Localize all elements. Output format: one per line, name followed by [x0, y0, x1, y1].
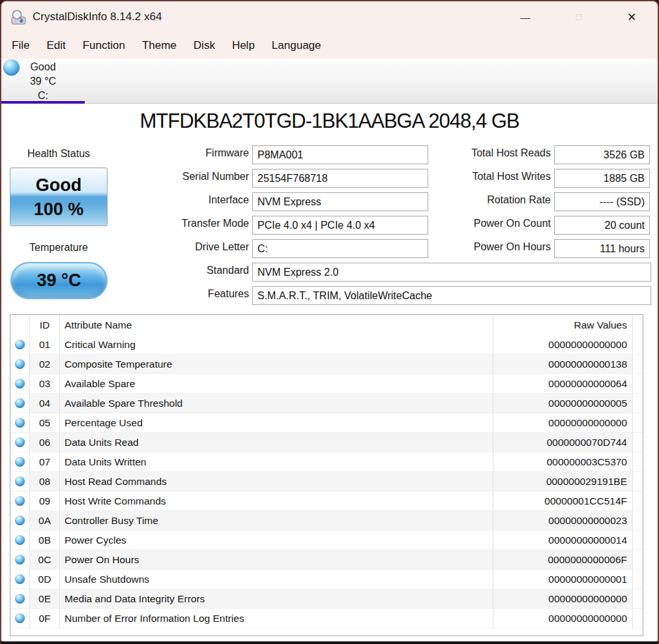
status-orb-icon	[15, 340, 25, 349]
info-field-value: P8MA001	[252, 145, 428, 164]
table-cell-attribute: Composite Temperature	[60, 355, 493, 373]
table-header-id: ID	[30, 315, 60, 335]
table-cell-attribute: Controller Busy Time	[60, 511, 493, 530]
stat-field-value: 20 count	[554, 216, 650, 235]
stat-field-value: 111 hours	[554, 239, 650, 258]
stat-field-value: 3526 GB	[554, 145, 650, 164]
menu-item-disk[interactable]: Disk	[185, 33, 224, 59]
info-field-label: Serial Number	[93, 171, 249, 183]
table-row: 08Host Read Commands000000029191BE	[10, 472, 643, 491]
drive-tab-status: Good	[1, 60, 85, 74]
window-title: CrystalDiskInfo 8.14.2 x64	[33, 10, 162, 23]
table-cell-raw-value: 00000000000138	[493, 355, 633, 373]
status-orb-icon	[15, 594, 25, 604]
table-cell-id: 04	[30, 394, 60, 413]
table-cell-raw-value: 00000000000064	[493, 374, 633, 393]
table-cell-attribute: Unsafe Shutdowns	[60, 570, 493, 589]
status-orb-icon	[15, 574, 25, 584]
table-cell-id: 08	[30, 472, 60, 491]
table-cell-raw-value: 0000000000006F	[493, 550, 633, 569]
status-orb-icon	[15, 418, 25, 428]
table-row: 03Available Spare00000000000064	[10, 374, 643, 394]
status-orb-icon	[15, 535, 25, 545]
status-orb-icon	[15, 379, 25, 388]
menu-item-theme[interactable]: Theme	[134, 33, 185, 59]
stat-field-label: Total Host Writes	[418, 171, 551, 183]
drive-model-title: MTFDKBA2T0TGD-1BK1AABGA 2048,4 GB	[1, 110, 658, 133]
menu-item-language[interactable]: Language	[263, 33, 330, 59]
status-orb-icon	[15, 437, 25, 447]
table-cell-raw-value: 00000000000001	[493, 570, 633, 589]
table-cell-id: 03	[30, 374, 60, 393]
table-header-status	[10, 315, 30, 335]
drive-tab-c[interactable]: Good 39 °C C:	[1, 59, 85, 103]
menu-item-file[interactable]: File	[3, 33, 38, 59]
table-row: 05Percentage Used00000000000000	[10, 413, 643, 433]
table-cell-attribute: Available Spare Threshold	[60, 394, 493, 413]
table-row: 01Critical Warning00000000000000	[10, 335, 643, 355]
menu-item-function[interactable]: Function	[74, 33, 134, 59]
table-cell-id: 02	[30, 355, 60, 373]
stat-field-label: Total Host Reads	[418, 147, 551, 159]
stat-field-value: 1885 GB	[554, 169, 650, 188]
menu-item-help[interactable]: Help	[224, 33, 263, 59]
table-cell-attribute: Power Cycles	[60, 531, 493, 549]
table-cell-raw-value: 000000003C5370	[493, 452, 633, 471]
table-cell-id: 09	[30, 491, 60, 510]
maximize-button[interactable]: □	[564, 7, 594, 27]
info-field-value: C:	[252, 239, 428, 258]
table-cell-attribute: Media and Data Integrity Errors	[60, 589, 493, 608]
table-row: 09Host Write Commands00000001CC514F	[10, 491, 643, 511]
selected-tab-underline	[1, 101, 85, 104]
app-icon	[10, 8, 27, 26]
table-row: 0FNumber of Error Information Log Entrie…	[10, 609, 643, 628]
info-field-label: Standard	[93, 265, 249, 276]
table-row: 0EMedia and Data Integrity Errors0000000…	[10, 589, 643, 609]
table-cell-attribute: Data Units Written	[60, 452, 493, 471]
table-row: 0AController Busy Time00000000000023	[10, 511, 643, 531]
table-row: 06Data Units Read0000000070D744	[10, 433, 643, 452]
table-cell-raw-value: 00000000000005	[493, 394, 633, 413]
table-cell-attribute: Available Spare	[60, 374, 493, 393]
table-cell-attribute: Host Read Commands	[60, 472, 493, 491]
table-header-row: ID Attribute Name Raw Values	[10, 315, 643, 335]
table-row: 0CPower On Hours0000000000006F	[10, 550, 643, 570]
table-cell-raw-value: 00000000000023	[493, 511, 633, 530]
table-cell-raw-value: 00000000000014	[493, 531, 633, 549]
table-cell-raw-value: 00000001CC514F	[493, 491, 633, 510]
status-orb-icon	[15, 457, 25, 467]
stat-field-label: Rotation Rate	[418, 194, 551, 206]
table-cell-attribute: Percentage Used	[60, 413, 493, 432]
table-cell-raw-value: 00000000000000	[493, 335, 633, 354]
status-orb-icon	[15, 359, 25, 369]
table-cell-raw-value: 00000000000000	[493, 589, 633, 608]
close-button[interactable]: ✕	[617, 7, 647, 27]
status-orb-icon	[15, 398, 25, 408]
table-cell-id: 0D	[30, 570, 60, 589]
info-field-label: Transfer Mode	[93, 218, 249, 229]
header-zone: CrystalDiskInfo 8.14.2 x64 — □ ✕ FileEdi…	[1, 1, 658, 59]
stat-field-label: Power On Hours	[418, 241, 551, 253]
table-cell-id: 0A	[30, 511, 60, 530]
status-orb-icon	[15, 496, 25, 506]
smart-table-body: 01Critical Warning0000000000000002Compos…	[10, 335, 643, 628]
table-row: 0DUnsafe Shutdowns00000000000001	[10, 570, 643, 589]
table-cell-id: 07	[30, 452, 60, 471]
table-row: 02Composite Temperature00000000000138	[10, 355, 643, 374]
table-header-attribute: Attribute Name	[60, 315, 493, 335]
table-header-raw-values: Raw Values	[493, 315, 633, 335]
table-cell-attribute: Data Units Read	[60, 433, 493, 452]
info-field-value: NVM Express 2.0	[252, 263, 651, 282]
smart-attribute-table: ID Attribute Name Raw Values 01Critical …	[10, 314, 643, 636]
table-cell-id: 05	[30, 413, 60, 432]
table-cell-raw-value: 000000029191BE	[493, 472, 633, 491]
table-cell-attribute: Power On Hours	[60, 550, 493, 569]
table-cell-raw-value: 00000000000000	[493, 609, 633, 628]
info-field-label: Firmware	[93, 147, 249, 159]
info-field-value: NVM Express	[252, 192, 428, 211]
minimize-button[interactable]: —	[510, 7, 540, 27]
menu-item-edit[interactable]: Edit	[38, 33, 74, 59]
status-orb-icon	[15, 613, 25, 623]
table-cell-raw-value: 00000000000000	[493, 413, 633, 432]
table-row: 0BPower Cycles00000000000014	[10, 531, 643, 550]
